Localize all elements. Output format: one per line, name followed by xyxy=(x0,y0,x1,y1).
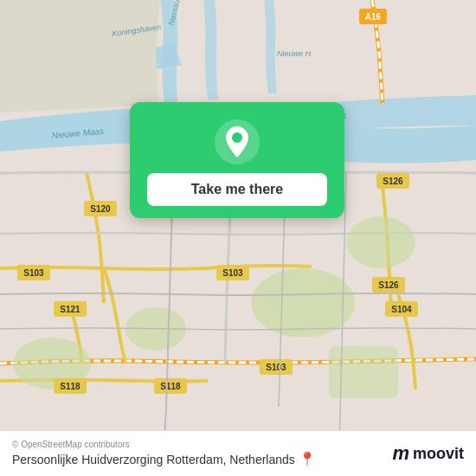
take-me-there-button[interactable]: Take me there xyxy=(147,173,327,206)
bottom-bar: © OpenStreetMap contributors Persoonlijk… xyxy=(0,430,476,476)
svg-point-1 xyxy=(251,268,355,338)
svg-text:S104: S104 xyxy=(391,305,412,314)
svg-text:S126: S126 xyxy=(383,177,403,186)
svg-text:S103: S103 xyxy=(266,363,286,372)
svg-text:A16: A16 xyxy=(365,12,382,22)
moovit-icon: m xyxy=(392,442,409,465)
svg-text:S121: S121 xyxy=(60,305,80,314)
moovit-text: moovit xyxy=(413,445,464,463)
map-attribution: © OpenStreetMap contributors xyxy=(12,440,316,449)
location-text: Persoonlijke Huidverzorging Rotterdam, N… xyxy=(12,453,295,466)
bottom-info: © OpenStreetMap contributors Persoonlijk… xyxy=(12,440,316,467)
svg-text:S103: S103 xyxy=(222,268,243,278)
svg-text:S103: S103 xyxy=(23,268,44,278)
svg-rect-5 xyxy=(329,346,398,398)
svg-text:S126: S126 xyxy=(378,280,399,290)
map-container: S120 S103 S103 S103 S121 S118 S118 S126 … xyxy=(0,0,476,476)
svg-text:Nieuwe H.: Nieuwe H. xyxy=(277,49,313,58)
pin-emoji: 📍 xyxy=(299,451,316,467)
location-card: Take me there xyxy=(130,102,344,218)
moovit-logo: m moovit xyxy=(392,442,464,465)
map-background: S120 S103 S103 S103 S121 S118 S118 S126 … xyxy=(0,0,476,476)
svg-point-2 xyxy=(346,216,415,268)
location-name: Persoonlijke Huidverzorging Rotterdam, N… xyxy=(12,451,316,467)
svg-text:S118: S118 xyxy=(160,382,181,391)
location-pin-icon xyxy=(215,119,260,164)
svg-text:S118: S118 xyxy=(60,382,80,391)
svg-text:S120: S120 xyxy=(90,204,111,214)
svg-point-35 xyxy=(232,132,242,143)
